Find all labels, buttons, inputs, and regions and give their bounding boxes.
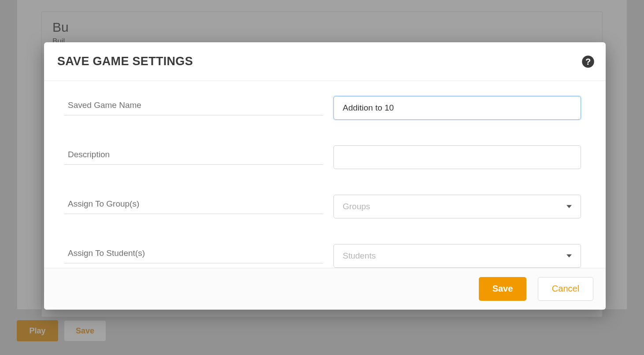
form-row-description: Description: [64, 145, 581, 169]
description-input[interactable]: [333, 145, 581, 169]
cancel-button[interactable]: Cancel: [538, 277, 593, 301]
saved-game-name-label: Saved Game Name: [64, 100, 323, 115]
students-select-placeholder: Students: [343, 251, 376, 261]
assign-groups-label: Assign To Group(s): [64, 199, 323, 214]
form-row-groups: Assign To Group(s) Groups: [64, 195, 581, 218]
modal-body: Saved Game Name Description Assign To Gr…: [44, 81, 606, 268]
modal-title: SAVE GAME SETTINGS: [57, 55, 193, 68]
help-icon[interactable]: ?: [581, 55, 595, 69]
students-select[interactable]: Students: [333, 244, 581, 268]
modal-header: SAVE GAME SETTINGS ?: [44, 42, 606, 81]
svg-text:?: ?: [585, 57, 591, 67]
assign-students-label: Assign To Student(s): [64, 248, 323, 263]
form-row-students: Assign To Student(s) Students: [64, 244, 581, 268]
description-label: Description: [64, 150, 323, 165]
save-game-settings-modal: SAVE GAME SETTINGS ? Saved Game Name Des…: [44, 42, 606, 310]
modal-footer: Save Cancel: [44, 268, 606, 310]
saved-game-name-input[interactable]: [333, 96, 581, 120]
groups-select[interactable]: Groups: [333, 195, 581, 218]
form-row-name: Saved Game Name: [64, 96, 581, 120]
save-button[interactable]: Save: [479, 277, 526, 301]
caret-down-icon: [566, 202, 572, 211]
groups-select-placeholder: Groups: [343, 202, 370, 211]
caret-down-icon: [566, 251, 572, 261]
